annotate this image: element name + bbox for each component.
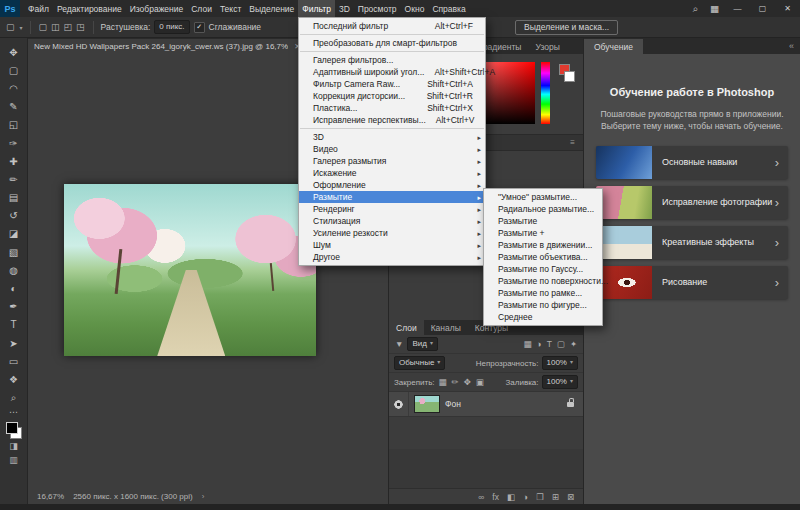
search-icon[interactable]: ⌕ [687, 3, 704, 15]
blur-lens-blur[interactable]: Размытие объектива... [484, 251, 602, 263]
intersect-selection-icon[interactable]: ◳ [75, 22, 86, 32]
canvas-image[interactable] [64, 184, 316, 356]
type-tool[interactable]: T [2, 316, 26, 334]
filter-distort[interactable]: Искажение [299, 167, 485, 179]
delete-layer-icon[interactable]: ⊠ [567, 492, 574, 502]
filter-type-layers-icon[interactable]: T [546, 339, 553, 349]
layer-thumbnail[interactable] [414, 395, 440, 413]
menu-type[interactable]: Текст [216, 0, 245, 17]
feather-input[interactable]: 0 пикс. [154, 20, 189, 34]
filter-render[interactable]: Рендеринг [299, 203, 485, 215]
fill-input[interactable]: 100%▾ [542, 375, 578, 389]
filter-smart-objects-icon[interactable]: ✦ [569, 339, 578, 349]
tab-patterns[interactable]: Узоры [528, 39, 566, 54]
document-tab[interactable]: New Mixed HD Wallpapers Pack 264_igoryk_… [28, 39, 306, 54]
layer-filter-type-select[interactable]: Вид▾ [407, 337, 438, 351]
close-button[interactable]: ✕ [775, 0, 800, 17]
brush-tool[interactable]: ✏ [2, 170, 26, 188]
edit-toolbar-icon[interactable]: ⋯ [9, 407, 18, 418]
blur-motion-blur[interactable]: Размытие в движении... [484, 239, 602, 251]
filter-convert-smart-filters[interactable]: Преобразовать для смарт-фильтров [299, 37, 485, 49]
add-to-selection-icon[interactable]: ◫ [50, 22, 61, 32]
menu-file[interactable]: Файл [24, 0, 53, 17]
tab-layers[interactable]: Слои [389, 320, 424, 335]
layer-visibility-eye-icon[interactable] [394, 400, 403, 409]
blur-surface-blur[interactable]: Размытие по поверхности... [484, 275, 602, 287]
menu-filter-open[interactable]: Фильтр [298, 0, 335, 17]
crop-tool[interactable]: ◱ [2, 116, 26, 134]
learn-card-photo-fix[interactable]: Исправление фотографии › [596, 186, 788, 219]
color-swatches[interactable] [6, 422, 22, 439]
learn-card-creative-effects[interactable]: Креативные эффекты › [596, 226, 788, 259]
layer-mask-icon[interactable]: ◧ [507, 492, 515, 502]
layer-group-icon[interactable]: ❒ [536, 492, 544, 502]
pen-tool[interactable]: ✒ [2, 298, 26, 316]
blur-blur-more[interactable]: Размытие + [484, 227, 602, 239]
history-brush-tool[interactable]: ↺ [2, 207, 26, 225]
blur-average[interactable]: Среднее [484, 311, 602, 323]
blur-tool[interactable]: ◍ [2, 261, 26, 279]
hue-slider[interactable] [541, 62, 550, 124]
menu-layers[interactable]: Слои [187, 0, 216, 17]
layer-filter-icon[interactable]: ▼ [394, 339, 404, 349]
zoom-level-field[interactable]: 16,67% [37, 492, 64, 501]
maximize-button[interactable]: ▢ [750, 0, 775, 17]
filter-blur[interactable]: Размытие [299, 191, 485, 203]
hand-tool[interactable]: ❖ [2, 370, 26, 388]
tab-learn[interactable]: Обучение [584, 39, 643, 54]
blur-box-blur[interactable]: Размытие по рамке... [484, 287, 602, 299]
filter-lens-correction[interactable]: Коррекция дисторсии... Shift+Ctrl+R [299, 90, 485, 102]
learn-card-basic-skills[interactable]: Основные навыки › [596, 146, 788, 179]
filter-3d[interactable]: 3D [299, 131, 485, 143]
layer-row-background[interactable]: Фон [389, 392, 583, 417]
eyedropper-tool[interactable]: ✑ [2, 134, 26, 152]
status-menu-arrow-icon[interactable]: › [202, 492, 205, 501]
collapse-panel-icon[interactable]: « [783, 41, 800, 51]
antialias-checkbox[interactable]: ✓ [194, 22, 205, 33]
move-tool[interactable]: ✥ [2, 43, 26, 61]
filter-camera-raw[interactable]: Фильтр Camera Raw... Shift+Ctrl+A [299, 78, 485, 90]
lock-artboard-icon[interactable]: ▣ [475, 377, 485, 387]
clone-stamp-tool[interactable]: ▤ [2, 189, 26, 207]
blur-shape-blur[interactable]: Размытие по фигуре... [484, 299, 602, 311]
lock-position-icon[interactable]: ✥ [463, 377, 472, 387]
tool-preset-icon[interactable]: ▢ [5, 22, 16, 32]
filter-sharpen[interactable]: Усиление резкости [299, 227, 485, 239]
path-selection-tool[interactable]: ➤ [2, 334, 26, 352]
menu-edit[interactable]: Редактирование [53, 0, 126, 17]
blur-smart-blur[interactable]: "Умное" размытие... [484, 191, 602, 203]
blend-mode-select[interactable]: Обычные▾ [394, 356, 445, 370]
rectangular-marquee-tool[interactable]: ▢ [2, 61, 26, 79]
menu-image[interactable]: Изображение [126, 0, 188, 17]
lock-pixels-icon[interactable]: ✏ [451, 377, 460, 387]
menu-help[interactable]: Справка [428, 0, 469, 17]
menu-window[interactable]: Окно [401, 0, 429, 17]
dodge-tool[interactable]: ◐ [2, 279, 26, 297]
menu-select[interactable]: Выделение [245, 0, 298, 17]
filter-stylize[interactable]: Стилизация [299, 215, 485, 227]
quick-mask-icon[interactable]: ◨ [2, 439, 26, 453]
new-layer-icon[interactable]: ⊞ [552, 492, 559, 502]
menu-3d[interactable]: 3D [335, 0, 354, 17]
tool-preset-caret-icon[interactable]: ▾ [20, 24, 23, 31]
adjustment-layer-icon[interactable]: ◑ [523, 492, 528, 502]
subtract-from-selection-icon[interactable]: ◰ [63, 22, 74, 32]
zoom-tool[interactable]: ⌕ [2, 389, 26, 407]
lasso-tool[interactable]: ◠ [2, 79, 26, 97]
minimize-button[interactable]: — [725, 0, 750, 17]
lock-transparency-icon[interactable]: ▦ [438, 377, 448, 387]
filter-shape-layers-icon[interactable]: ▢ [556, 339, 566, 349]
filter-last-filter[interactable]: Последний фильтр Alt+Ctrl+F [299, 20, 485, 32]
healing-brush-tool[interactable]: ✚ [2, 152, 26, 170]
eraser-tool[interactable]: ◪ [2, 225, 26, 243]
filter-vanishing-point[interactable]: Исправление перспективы... Alt+Ctrl+V [299, 114, 485, 126]
layer-name[interactable]: Фон [445, 399, 461, 409]
blur-gaussian-blur[interactable]: Размытие по Гауссу... [484, 263, 602, 275]
select-and-mask-button[interactable]: Выделение и маска... [515, 20, 618, 35]
rectangle-tool[interactable]: ▭ [2, 352, 26, 370]
filter-adaptive-wide-angle[interactable]: Адаптивный широкий угол... Alt+Shift+Ctr… [299, 66, 485, 78]
new-selection-icon[interactable]: ▢ [38, 22, 49, 32]
menu-view[interactable]: Просмотр [354, 0, 401, 17]
blur-radial-blur[interactable]: Радиальное размытие... [484, 203, 602, 215]
filter-video[interactable]: Видео [299, 143, 485, 155]
